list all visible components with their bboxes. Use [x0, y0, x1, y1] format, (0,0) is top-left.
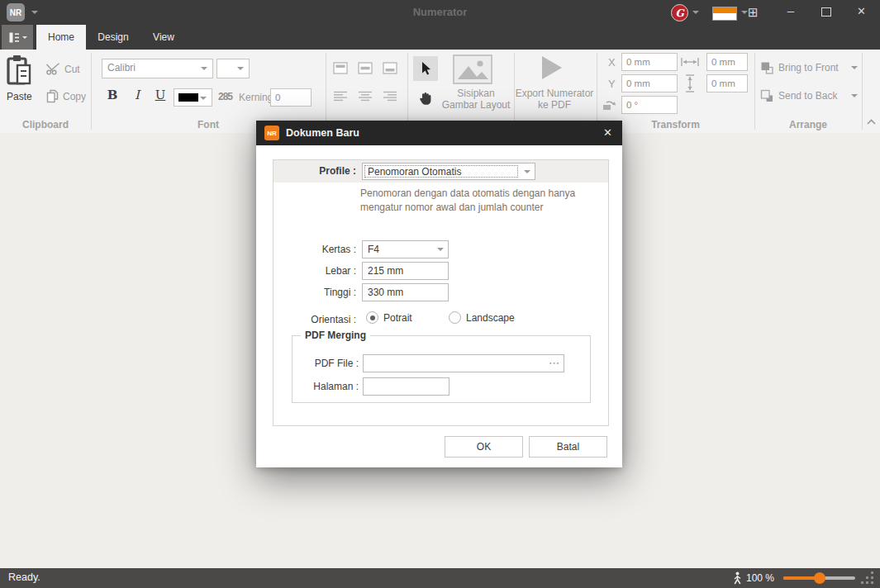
width-icon — [681, 57, 699, 69]
angle-input[interactable] — [621, 96, 678, 114]
dialog-titlebar[interactable]: NR Dokumen Baru ✕ — [256, 121, 622, 145]
font-color-picker[interactable] — [174, 88, 212, 107]
font-family-combo[interactable]: Calibri — [102, 59, 213, 78]
cut-button[interactable]: Cut — [46, 63, 80, 75]
chevron-up-icon — [867, 119, 876, 125]
resize-grip-icon[interactable] — [871, 581, 873, 584]
tab-home[interactable]: Home — [36, 25, 86, 50]
tinggi-input[interactable] — [362, 283, 449, 301]
send-to-back-button[interactable]: Send to Back — [760, 89, 858, 102]
valign-middle-button[interactable] — [355, 59, 375, 76]
copy-button[interactable]: Copy — [46, 89, 86, 103]
send-to-back-label: Send to Back — [778, 90, 837, 102]
y-position-input[interactable] — [621, 74, 678, 92]
paste-button[interactable]: Paste — [7, 55, 43, 106]
account-caret-icon[interactable] — [692, 11, 699, 14]
dialog-panel: Profile : Penomoran Otomatis Penomoran d… — [273, 159, 609, 426]
align-right-button[interactable] — [380, 88, 400, 104]
zoom-slider[interactable] — [783, 576, 855, 580]
font-size-caret-icon — [237, 67, 244, 70]
file-menu-icon — [8, 31, 20, 44]
insert-image-label[interactable]: Sisipkan Gambar Layout — [438, 88, 514, 111]
ok-button[interactable]: OK — [445, 436, 523, 458]
group-divider — [407, 53, 408, 130]
halaman-label: Halaman : — [293, 381, 359, 392]
group-divider — [862, 53, 863, 130]
portrait-radio-label: Potrait — [383, 312, 412, 324]
valign-bottom-icon — [383, 62, 397, 74]
tab-design[interactable]: Design — [88, 25, 139, 50]
x-axis-label: X — [608, 56, 616, 69]
pdf-file-input[interactable] — [364, 355, 554, 372]
titlebar: NR Numerator G ⊞ – ✕ — [0, 0, 880, 25]
select-tool-button[interactable] — [413, 56, 438, 81]
profile-combo[interactable]: Penomoran Otomatis — [362, 163, 535, 180]
language-flag-icon[interactable] — [712, 7, 737, 21]
kertas-combo[interactable]: F4 — [362, 240, 449, 258]
font-family-value: Calibri — [107, 62, 136, 74]
account-badge-icon[interactable]: G — [671, 4, 688, 21]
close-window-button[interactable]: ✕ — [857, 5, 866, 17]
zoom-slider-thumb[interactable] — [814, 572, 825, 584]
valign-top-icon — [333, 62, 348, 74]
kertas-value: F4 — [368, 244, 379, 255]
align-center-button[interactable] — [355, 88, 375, 104]
lebar-input[interactable] — [362, 262, 449, 280]
cancel-button[interactable]: Batal — [529, 436, 607, 458]
align-left-button[interactable] — [331, 88, 350, 104]
bold-button[interactable]: B — [104, 88, 121, 106]
bring-to-front-label: Bring to Front — [778, 62, 839, 74]
italic-button[interactable]: I — [129, 88, 145, 106]
paste-label: Paste — [7, 91, 43, 102]
profile-description-line1: Penomoran dengan data otomatis dengan ha… — [360, 187, 592, 201]
kerning-label: Kerning — [239, 92, 273, 103]
collapse-ribbon-button[interactable] — [865, 116, 877, 127]
color-swatch — [178, 93, 198, 102]
font-size-combo[interactable] — [216, 59, 250, 78]
clipboard-group-label: Clipboard — [0, 119, 91, 130]
file-menu-button[interactable] — [2, 25, 33, 50]
landscape-radio[interactable]: Landscape — [449, 311, 515, 324]
tab-view[interactable]: View — [140, 25, 187, 50]
rotate-icon — [602, 97, 616, 114]
portrait-radio[interactable]: Potrait — [366, 311, 412, 324]
width-input[interactable] — [706, 53, 748, 71]
export-pdf-icon[interactable] — [542, 56, 562, 79]
valign-top-button[interactable] — [331, 59, 350, 76]
align-right-icon — [383, 91, 397, 102]
group-divider — [326, 53, 326, 130]
insert-image-button[interactable] — [453, 55, 492, 87]
maximize-icon — [821, 7, 831, 17]
kerning-input[interactable] — [270, 88, 312, 107]
kertas-caret-icon — [437, 248, 444, 251]
minimize-button[interactable]: – — [783, 3, 798, 17]
image-icon — [453, 55, 492, 84]
app-window: NR Numerator G ⊞ – ✕ Home Design View — [0, 0, 880, 588]
new-window-icon[interactable]: ⊞ — [748, 4, 759, 21]
underline-button[interactable]: U — [152, 88, 169, 106]
dialog-close-button[interactable]: ✕ — [603, 126, 612, 139]
language-caret-icon[interactable] — [741, 11, 748, 14]
halaman-input[interactable] — [363, 377, 450, 396]
export-pdf-label-line2: ke PDF — [514, 99, 595, 111]
bring-to-front-button[interactable]: Bring to Front — [760, 61, 858, 74]
landscape-radio-label: Landscape — [466, 312, 515, 324]
x-position-input[interactable] — [621, 53, 678, 71]
pdf-merging-legend: PDF Merging — [301, 330, 370, 341]
height-input[interactable] — [706, 74, 748, 92]
browse-button[interactable]: ⋯ — [549, 357, 559, 369]
profile-caret-icon — [524, 170, 530, 173]
ribbon-tab-row: Home Design View — [0, 25, 880, 50]
maximize-button[interactable] — [821, 7, 831, 17]
copy-label: Copy — [63, 91, 86, 102]
clipboard-icon — [7, 55, 33, 88]
hand-icon — [418, 91, 434, 107]
valign-bottom-button[interactable] — [380, 59, 400, 76]
pan-hand-tool-button[interactable] — [413, 86, 438, 111]
tinggi-label: Tinggi : — [274, 287, 356, 298]
align-center-icon — [358, 91, 373, 102]
kertas-label: Kertas : — [274, 244, 356, 255]
status-text: Ready. — [8, 571, 40, 583]
export-pdf-button[interactable]: Export Numerator ke PDF — [514, 88, 595, 111]
landscape-radio-icon — [449, 311, 461, 324]
